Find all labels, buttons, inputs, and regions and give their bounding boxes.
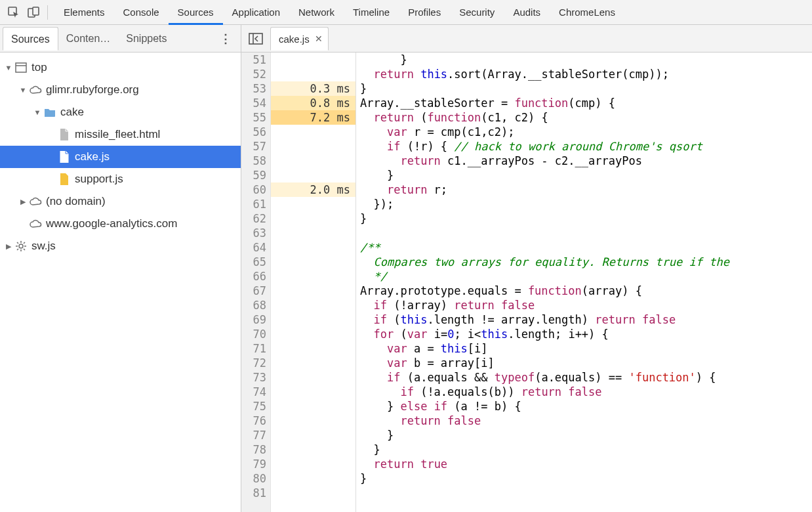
timing-cell: 0.8 ms <box>271 96 355 110</box>
timing-cell <box>271 284 355 298</box>
code-line[interactable]: var b = array[i] <box>356 356 812 370</box>
line-number: 51 <box>241 53 270 67</box>
toggle-navigator-icon[interactable] <box>245 28 266 49</box>
tree-row--no-domain-[interactable]: ▶(no domain) <box>0 190 241 213</box>
code-line[interactable]: } <box>356 53 812 67</box>
navigator-tab-snippets[interactable]: Snippets <box>118 27 174 51</box>
tree-label: missile_fleet.html <box>75 128 160 141</box>
inspect-icon[interactable] <box>4 3 24 22</box>
code-line[interactable]: Array.prototype.equals = function(array)… <box>356 284 812 298</box>
code-line[interactable]: Array.__stableSorter = function(cmp) { <box>356 96 812 110</box>
code-line[interactable]: } else if (a != b) { <box>356 399 812 414</box>
main-tab-sources[interactable]: Sources <box>169 0 223 25</box>
code-line[interactable]: } <box>356 471 812 486</box>
timing-cell <box>271 197 355 211</box>
line-number: 70 <box>241 327 270 341</box>
navigator-tab-conten[interactable]: Conten… <box>58 27 119 51</box>
timing-cell <box>271 240 355 255</box>
main-tab-profiles[interactable]: Profiles <box>399 0 450 25</box>
chevron-down-icon[interactable]: ▼ <box>4 64 13 72</box>
main-tab-console[interactable]: Console <box>114 0 169 25</box>
tree-row-missile-fleet-html[interactable]: missile_fleet.html <box>0 123 241 146</box>
chevron-right-icon[interactable]: ▶ <box>18 198 28 206</box>
main-tab-elements[interactable]: Elements <box>54 0 114 25</box>
line-number: 80 <box>241 471 270 486</box>
tree-row-sw-js[interactable]: ▶sw.js <box>0 235 241 257</box>
file-tab-label: cake.js <box>279 33 310 45</box>
tree-label: (no domain) <box>46 195 106 208</box>
code-line[interactable]: return r; <box>356 182 812 197</box>
line-number: 64 <box>241 240 270 255</box>
timing-cell <box>271 298 355 312</box>
close-tab-icon[interactable]: ✕ <box>315 33 323 44</box>
code-line[interactable]: if (this.length != array.length) return … <box>356 312 812 327</box>
chevron-right-icon[interactable]: ▶ <box>4 242 13 251</box>
file-tree[interactable]: ▼top▼glimr.rubyforge.org▼cakemissile_fle… <box>0 53 241 512</box>
line-number: 78 <box>241 442 270 457</box>
tree-row-www-google-analytics-com[interactable]: www.google-analytics.com <box>0 213 241 235</box>
cloud-icon <box>29 83 42 96</box>
line-number: 54 <box>241 96 270 110</box>
chevron-down-icon[interactable]: ▼ <box>18 86 28 94</box>
separator <box>47 5 48 20</box>
code-line[interactable]: } <box>356 168 812 182</box>
code-line[interactable]: if (!r) { // hack to work around Chrome'… <box>356 139 812 154</box>
code-line[interactable]: return false <box>356 414 812 428</box>
code-line[interactable]: } <box>356 442 812 457</box>
code-line[interactable] <box>356 486 812 500</box>
main-tab-network[interactable]: Network <box>289 0 344 25</box>
main-tab-security[interactable]: Security <box>450 0 504 25</box>
devtools-main-tabs: ElementsConsoleSourcesApplicationNetwork… <box>0 0 812 25</box>
main-tab-application[interactable]: Application <box>223 0 289 25</box>
tree-label: support.js <box>75 173 123 186</box>
main-tab-chromelens[interactable]: ChromeLens <box>550 0 624 25</box>
code-line[interactable]: return this.sort(Array.__stableSorter(cm… <box>356 67 812 81</box>
timing-cell <box>271 226 355 240</box>
tree-row-cake-js[interactable]: cake.js <box>0 146 241 168</box>
code-line[interactable]: }); <box>356 197 812 211</box>
code-line[interactable]: return (function(c1, c2) { <box>356 110 812 125</box>
timing-cell: 7.2 ms <box>271 110 355 125</box>
code-line[interactable]: for (var i=0; i<this.length; i++) { <box>356 327 812 341</box>
tree-row-support-js[interactable]: support.js <box>0 168 241 190</box>
code-line[interactable]: } <box>356 81 812 96</box>
tree-row-glimr-rubyforge-org[interactable]: ▼glimr.rubyforge.org <box>0 79 241 101</box>
line-number: 57 <box>241 139 270 154</box>
code-line[interactable] <box>356 226 812 240</box>
device-toolbar-icon[interactable] <box>24 3 43 22</box>
code-line[interactable]: if (a.equals && typeof(a.equals) == 'fun… <box>356 370 812 385</box>
line-number: 59 <box>241 168 270 182</box>
tree-row-top[interactable]: ▼top <box>0 56 241 79</box>
file-tab-cake-js[interactable]: cake.js ✕ <box>270 27 329 51</box>
code-line[interactable]: } <box>356 211 812 226</box>
timing-cell <box>271 269 355 284</box>
main-tab-audits[interactable]: Audits <box>504 0 550 25</box>
navigator-tab-sources[interactable]: Sources <box>3 27 58 51</box>
timing-cell <box>271 211 355 226</box>
code-line[interactable]: Compares two arrays for equality. Return… <box>356 255 812 269</box>
code-line[interactable]: if (!a.equals(b)) return false <box>356 385 812 399</box>
code-line[interactable]: } <box>356 428 812 442</box>
profiling-gutter: 0.3 ms0.8 ms7.2 ms2.0 ms <box>271 53 356 512</box>
file-icon <box>58 150 71 163</box>
code-line[interactable]: */ <box>356 269 812 284</box>
line-number: 66 <box>241 269 270 284</box>
timing-cell <box>271 414 355 428</box>
line-number: 74 <box>241 385 270 399</box>
tree-row-cake[interactable]: ▼cake <box>0 101 241 123</box>
code-editor[interactable]: 5152535455565758596061626364656667686970… <box>241 53 812 512</box>
code-area[interactable]: } return this.sort(Array.__stableSorter(… <box>356 53 812 512</box>
line-number: 56 <box>241 125 270 139</box>
chevron-down-icon[interactable]: ▼ <box>33 108 42 116</box>
frame-icon <box>14 61 28 74</box>
code-line[interactable]: return c1.__arrayPos - c2.__arrayPos <box>356 154 812 168</box>
line-number: 58 <box>241 154 270 168</box>
code-line[interactable]: /** <box>356 240 812 255</box>
code-line[interactable]: if (!array) return false <box>356 298 812 312</box>
code-line[interactable]: return true <box>356 457 812 471</box>
timing-cell <box>271 67 355 81</box>
main-tab-timeline[interactable]: Timeline <box>344 0 399 25</box>
more-options-icon[interactable]: ⋮ <box>213 32 238 46</box>
code-line[interactable]: var r = cmp(c1,c2); <box>356 125 812 139</box>
code-line[interactable]: var a = this[i] <box>356 341 812 356</box>
